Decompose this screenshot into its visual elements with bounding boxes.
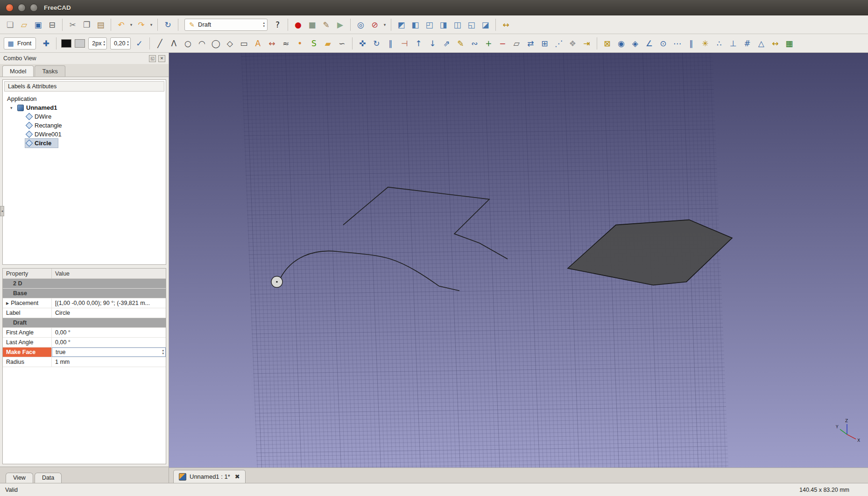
tab-tasks[interactable]: Tasks [35,65,65,77]
draft-rotate-icon[interactable]: ↻ [370,37,383,50]
apply-style-icon[interactable]: ✓ [133,37,146,50]
draft-path-array-icon[interactable]: ⋰ [552,37,565,50]
working-plane-button[interactable]: ▦Front [4,37,36,50]
draft-scale-icon[interactable]: ⇗ [440,37,453,50]
draft-trimex-icon[interactable]: ⊣ [398,37,411,50]
draft-array-icon[interactable]: ⊞ [538,37,551,50]
property-name[interactable]: ▶Placement [3,298,52,308]
snap-dimensions-icon[interactable]: ↔ [769,37,782,50]
tab-model[interactable]: Model [2,65,34,77]
view-left-icon[interactable]: ◪ [479,18,492,31]
draft-to-sketch-icon[interactable]: ⇄ [524,37,537,50]
tree-document[interactable]: ▾ Unnamed1 [3,103,166,112]
draft-edit-icon[interactable]: ✎ [454,37,467,50]
property-value[interactable]: 0,00 ° [52,328,166,337]
snap-endpoint-icon[interactable]: ◉ [615,37,628,50]
redo-menu[interactable]: ▾ [149,22,154,27]
property-row-radius[interactable]: Radius1 mm [3,357,166,367]
toggle-grid-icon[interactable]: ▦ [783,37,796,50]
view-front-icon[interactable]: ◧ [409,18,422,31]
draft-wire-to-bspline-icon[interactable]: ∾ [468,37,481,50]
tree-item-circle[interactable]: Circle [25,139,58,148]
view-axonometric-icon[interactable]: ◩ [395,18,408,31]
measure-distance-icon[interactable]: ↔ [500,18,512,31]
draft-downgrade-icon[interactable]: ↓ [426,37,439,50]
snap-lock-icon[interactable]: ⊠ [601,37,614,50]
tab-data[interactable]: Data [35,473,62,483]
snap-angle-icon[interactable]: ∠ [643,37,656,50]
snap-midpoint-icon[interactable]: ◈ [629,37,642,50]
draw-style-menu[interactable]: ▾ [382,22,387,27]
property-name[interactable]: First Angle [3,328,52,337]
view-rear-icon[interactable]: ◫ [451,18,464,31]
document-tab[interactable]: Unnamed1 : 1* ✖ [173,470,246,483]
close-panel-icon[interactable]: ✕ [158,55,165,62]
redo-icon[interactable]: ↷ [135,18,148,31]
snap-special-icon[interactable]: ✳ [699,37,712,50]
draft-facebinder-icon[interactable]: ▰ [322,37,334,50]
property-row-last-angle[interactable]: Last Angle0,00 ° [3,338,166,347]
spinner-arrows-icon[interactable]: ▴▾ [263,21,265,28]
spinner-arrows-icon[interactable]: ▴▾ [104,40,106,47]
property-value[interactable]: true▴▾ [52,347,166,357]
property-name[interactable]: Make Face [3,347,52,357]
property-value[interactable]: 0,00 ° [52,338,166,347]
face-color[interactable] [75,39,85,48]
draft-upgrade-icon[interactable]: ↑ [412,37,425,50]
draft-remove-point-icon[interactable]: − [496,37,509,50]
paste-icon[interactable]: ▤ [94,18,107,31]
draft-rectangle-icon[interactable]: ▭ [238,37,250,50]
snap-working-plane-icon[interactable]: △ [755,37,768,50]
macro-execute-icon[interactable]: ▶ [334,18,346,31]
panel-collapse-handle[interactable]: ◂ [0,206,4,216]
whats-this-icon[interactable]: ? [271,18,284,31]
open-file-icon[interactable]: ▱ [18,18,30,31]
snap-grid-icon[interactable]: # [741,37,754,50]
tree-item-dwire001[interactable]: DWire001 [25,130,68,139]
spinner-arrows-icon[interactable]: ▴▾ [162,349,164,355]
tree-item-rectangle[interactable]: Rectangle [25,121,69,130]
draft-ellipse-icon[interactable]: ◯ [210,37,222,50]
snap-parallel-icon[interactable]: ∥ [685,37,698,50]
draft-dimension-icon[interactable]: ↔ [266,37,278,50]
property-row-first-angle[interactable]: First Angle0,00 ° [3,328,166,338]
property-row-make-face[interactable]: Make Facetrue▴▾ [3,347,166,357]
property-column-header[interactable]: Property [3,269,52,278]
view-right-icon[interactable]: ◨ [437,18,450,31]
property-name[interactable]: Last Angle [3,338,52,347]
property-row-placement[interactable]: ▶Placement[(1,00 -0,00 0,00); 90 °; (-39… [3,298,166,308]
undo-icon[interactable]: ↶ [115,18,127,31]
property-name[interactable]: Radius [3,357,52,367]
view-bottom-icon[interactable]: ◱ [465,18,478,31]
text-size[interactable]: 0,20▴▾ [110,37,131,50]
draft-clone-icon[interactable]: ❖ [566,37,579,50]
macro-edit-icon[interactable]: ✎ [320,18,332,31]
spinner-arrows-icon[interactable]: ▴▾ [127,40,129,47]
macro-stop-icon[interactable]: ■ [306,18,318,31]
new-file-icon[interactable]: ❏ [4,18,16,31]
snap-near-icon[interactable]: ∴ [713,37,726,50]
property-value[interactable]: [(1,00 -0,00 0,00); 90 °; (-39,821 m... [52,298,166,308]
minimize-window-button[interactable] [18,4,26,12]
workbench-selector[interactable]: ✎Draft▴▾ [184,19,268,31]
3d-viewport[interactable]: Z X Y [169,53,868,468]
snap-center-icon[interactable]: ⊙ [657,37,670,50]
viewport-canvas[interactable]: Z X Y [169,53,868,468]
draft-shape2dview-icon[interactable]: ▱ [510,37,523,50]
draft-line-icon[interactable]: ╱ [154,37,166,50]
draft-bezier-icon[interactable]: ∽ [336,37,348,50]
draft-circle-icon[interactable]: ○ [182,37,194,50]
draft-polygon-icon[interactable]: ◇ [224,37,236,50]
refresh-icon[interactable]: ↻ [162,18,174,31]
snap-ortho-icon[interactable]: ⊥ [727,37,740,50]
view-top-icon[interactable]: ◰ [423,18,436,31]
draft-point-icon[interactable]: • [294,37,306,50]
line-width[interactable]: 2px▴▾ [88,37,107,50]
property-value[interactable]: 1 mm [52,357,166,367]
expander-icon[interactable]: ▶ [6,301,9,305]
print-icon[interactable]: ⊟ [46,18,58,31]
close-document-icon[interactable]: ✖ [235,473,240,480]
cut-icon[interactable]: ✂ [66,18,79,31]
save-file-icon[interactable]: ▣ [32,18,44,31]
draft-offset-icon[interactable]: ∥ [384,37,397,50]
